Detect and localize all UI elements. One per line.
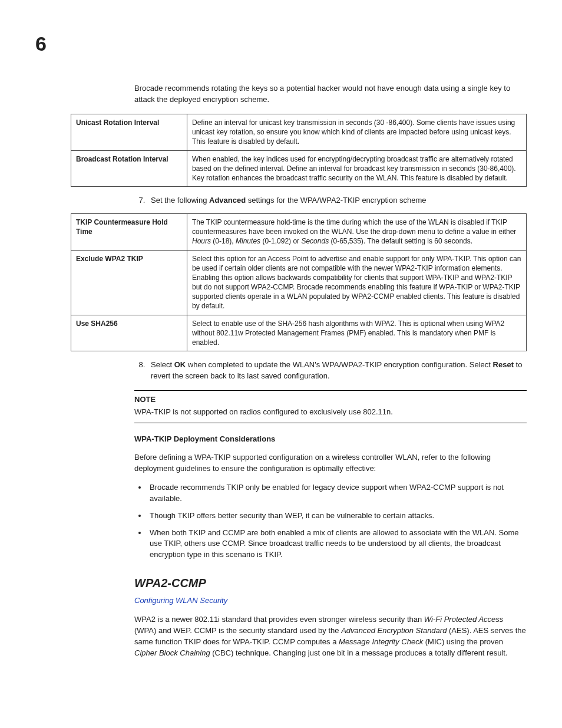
chapter-number: 6 [35, 29, 527, 58]
table-row: TKIP Countermeasure Hold Time The TKIP c… [71, 213, 527, 250]
table-row: Use SHA256 Select to enable use of the S… [71, 315, 527, 351]
table-row: Broadcast Rotation Interval When enabled… [71, 150, 527, 187]
step-8: Select OK when completed to update the W… [147, 360, 527, 382]
note-label: NOTE [134, 394, 527, 406]
param-desc: Define an interval for unicast key trans… [187, 114, 527, 150]
rotation-interval-table: Unicast Rotation Interval Define an inte… [71, 114, 527, 187]
param-label: TKIP Countermeasure Hold Time [71, 213, 187, 250]
intro-paragraph: Brocade recommends rotating the keys so … [134, 83, 527, 106]
deployment-intro: Before defining a WPA-TKIP supported con… [134, 452, 527, 475]
step-list: Set the following Advanced settings for … [134, 195, 527, 206]
deployment-bullets: Brocade recommends TKIP only be enabled … [134, 482, 527, 561]
list-item: Brocade recommends TKIP only be enabled … [147, 482, 527, 505]
param-label: Broadcast Rotation Interval [71, 150, 187, 187]
section-link[interactable]: Configuring WLAN Security [134, 595, 527, 607]
table-row: Exclude WPA2 TKIP Select this option for… [71, 250, 527, 315]
param-label: Unicast Rotation Interval [71, 114, 187, 150]
note-block: NOTE WPA-TKIP is not supported on radios… [134, 390, 527, 423]
step-7: Set the following Advanced settings for … [147, 195, 527, 206]
section-paragraph: WPA2 is a newer 802.11i standard that pr… [134, 614, 527, 658]
step-list: Select OK when completed to update the W… [134, 360, 527, 382]
list-item: When both TKIP and CCMP are both enabled… [147, 528, 527, 561]
deployment-heading: WPA-TKIP Deployment Considerations [134, 434, 527, 445]
param-desc: When enabled, the key indices used for e… [187, 150, 527, 187]
param-desc: Select this option for an Access Point t… [187, 250, 527, 315]
section-title: WPA2-CCMP [134, 575, 527, 592]
param-label: Exclude WPA2 TKIP [71, 250, 187, 315]
param-desc: The TKIP countermeasure hold-time is the… [187, 213, 527, 250]
param-desc: Select to enable use of the SHA-256 hash… [187, 315, 527, 351]
list-item: Though TKIP offers better security than … [147, 510, 527, 522]
param-label: Use SHA256 [71, 315, 187, 351]
advanced-settings-table: TKIP Countermeasure Hold Time The TKIP c… [71, 213, 527, 351]
note-text: WPA-TKIP is not supported on radios conf… [134, 407, 393, 416]
table-row: Unicast Rotation Interval Define an inte… [71, 114, 527, 150]
